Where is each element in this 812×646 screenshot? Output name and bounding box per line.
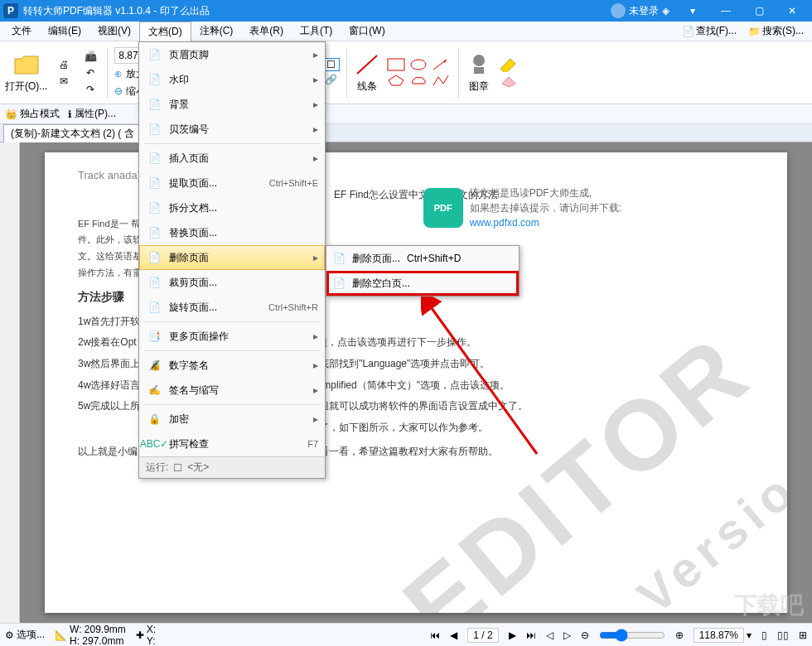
avatar-icon xyxy=(611,3,626,18)
menu-digital-sign[interactable]: 🔏数字签名▸ xyxy=(139,353,325,378)
badge-line2: 如果想去掉该提示，请访问并下载: xyxy=(470,200,621,215)
zoom-out-status[interactable]: ⊖ xyxy=(581,629,589,641)
delete-page-icon: 📄 xyxy=(146,249,162,266)
prev-page-button[interactable]: ◀ xyxy=(450,629,457,641)
menu-separator xyxy=(144,350,320,351)
handsign-icon: ✍ xyxy=(146,382,162,398)
lines-group[interactable]: 线条 xyxy=(354,51,380,94)
split-doc-icon: 📄 xyxy=(146,200,162,216)
stamp-group[interactable]: 图章 xyxy=(466,51,492,94)
menu-watermark[interactable]: 📄水印▸ xyxy=(139,67,325,92)
menu-document[interactable]: 文档(D) xyxy=(139,22,191,41)
chevron-right-icon: ▸ xyxy=(313,152,318,164)
properties-button[interactable]: ℹ属性(P)... xyxy=(68,107,116,121)
menu-bar: 文件 编辑(E) 视图(V) 文档(D) 注释(C) 表单(R) 工具(T) 窗… xyxy=(0,22,812,41)
stamp-icon xyxy=(466,51,492,78)
chevron-right-icon: ▸ xyxy=(313,252,318,263)
dropdown-arrow-icon[interactable]: ▾ xyxy=(676,0,709,22)
page-size: 📐W: 209.9mmH: 297.0mm xyxy=(55,624,126,647)
menu-rotate-page[interactable]: 📄旋转页面...Ctrl+Shift+R xyxy=(139,295,325,320)
menu-insert-page[interactable]: 📄插入页面▸ xyxy=(139,146,325,171)
menu-tool[interactable]: 工具(T) xyxy=(292,22,341,41)
delete-pages-icon: 📄 xyxy=(333,253,346,264)
last-page-button[interactable]: ⏭ xyxy=(526,629,536,641)
menu-separator xyxy=(144,404,320,405)
menu-delete-page[interactable]: 📄删除页面▸ xyxy=(139,245,325,270)
menu-header-footer[interactable]: 📄页眉页脚▸ xyxy=(139,42,325,67)
left-sidebar[interactable] xyxy=(0,142,20,623)
spellcheck-icon: ABC✓ xyxy=(146,436,162,452)
redo-icon[interactable]: ↷ xyxy=(80,82,100,97)
cloud-shape-icon[interactable] xyxy=(409,74,429,87)
document-tab[interactable]: (复制)-新建文本文档 (2) ( 含 xyxy=(3,124,142,142)
menu-file[interactable]: 文件 xyxy=(3,22,40,41)
page-indicator[interactable]: 1 / 2 xyxy=(467,628,498,643)
print-icon[interactable]: 🖨 xyxy=(54,57,74,72)
nav-fwd-button[interactable]: ▷ xyxy=(563,629,571,641)
menu-window[interactable]: 窗口(W) xyxy=(341,22,393,41)
menu-bates[interactable]: 📄贝茨编号▸ xyxy=(139,117,325,142)
info-icon: ℹ xyxy=(68,108,72,120)
menu-replace-page[interactable]: 📄替换页面... xyxy=(139,220,325,245)
bates-icon: 📄 xyxy=(146,121,162,137)
run-checkbox-icon[interactable]: ☐ xyxy=(173,462,182,474)
exclusive-mode-button[interactable]: 👑独占模式 xyxy=(5,107,60,121)
document-dropdown: 📄页眉页脚▸ 📄水印▸ 📄背景▸ 📄贝茨编号▸ 📄插入页面▸ 📄提取页面...C… xyxy=(138,41,326,479)
polyline-shape-icon[interactable] xyxy=(432,74,452,87)
menu-crop-page[interactable]: 📄裁剪页面... xyxy=(139,270,325,295)
login-status: 未登录 xyxy=(629,4,659,18)
find-button[interactable]: 📄查找(F)... xyxy=(677,22,742,40)
menu-spellcheck[interactable]: ABC✓拼写检查F7 xyxy=(139,431,325,456)
maximize-button[interactable]: ▢ xyxy=(742,0,776,22)
title-bar: P 转转大师PDF编辑器 v1.1.0.4 - 印了么出品 未登录 ◈ ▾ — … xyxy=(0,0,812,22)
menu-handwrite-sign[interactable]: ✍签名与缩写▸ xyxy=(139,378,325,403)
stamp-label: 图章 xyxy=(469,80,489,94)
first-page-button[interactable]: ⏮ xyxy=(430,629,440,641)
search-button[interactable]: 📁搜索(S)... xyxy=(743,22,809,40)
rect-shape-icon[interactable] xyxy=(387,58,407,71)
polygon-shape-icon[interactable] xyxy=(387,74,407,87)
menu-split-doc[interactable]: 📄拆分文档... xyxy=(139,195,325,220)
pdf-badge: PDF 该文档是迅读PDF大师生成, 如果想去掉该提示，请访问并下载: www.… xyxy=(423,186,621,230)
eraser-tool-icon[interactable] xyxy=(499,74,519,89)
lines-label: 线条 xyxy=(357,80,377,94)
site-watermark: 下载吧 xyxy=(734,590,804,621)
layout-continuous-icon[interactable]: ⊞ xyxy=(799,629,807,641)
zoom-in-status[interactable]: ⊕ xyxy=(675,629,684,641)
user-area[interactable]: 未登录 ◈ xyxy=(611,3,669,18)
zoom-value[interactable]: 118.87%▾ xyxy=(694,628,752,643)
menu-more-page-ops[interactable]: 📑更多页面操作▸ xyxy=(139,324,325,349)
insert-page-icon: 📄 xyxy=(146,150,162,166)
ruler-icon: 📐 xyxy=(55,629,67,641)
layout-single-icon[interactable]: ▯ xyxy=(761,629,767,641)
svg-rect-4 xyxy=(388,59,404,70)
open-group[interactable]: 打开(O)... xyxy=(5,51,47,94)
submenu-delete-blank[interactable]: 📄删除空白页... xyxy=(326,271,519,296)
close-button[interactable]: ✕ xyxy=(776,0,809,22)
circle-shape-icon[interactable] xyxy=(409,58,429,71)
menu-encrypt[interactable]: 🔒加密▸ xyxy=(139,407,325,431)
scan-icon[interactable]: 📠 xyxy=(80,49,100,64)
undo-icon[interactable]: ↶ xyxy=(80,65,100,80)
next-page-button[interactable]: ▶ xyxy=(509,629,516,641)
mail-icon[interactable]: ✉ xyxy=(54,74,74,89)
folder-icon: 📁 xyxy=(748,26,761,37)
menu-extract-page[interactable]: 📄提取页面...Ctrl+Shift+E xyxy=(139,171,325,195)
arrow-shape-icon[interactable] xyxy=(432,58,452,71)
svg-marker-7 xyxy=(389,75,404,85)
menu-form[interactable]: 表单(R) xyxy=(241,22,292,41)
zoom-slider[interactable] xyxy=(599,629,665,642)
highlight-tool-icon[interactable] xyxy=(499,57,519,72)
menu-edit[interactable]: 编辑(E) xyxy=(40,22,89,41)
options-button[interactable]: ⚙选项... xyxy=(5,628,45,642)
submenu-delete-pages[interactable]: 📄删除页面...Ctrl+Shift+D xyxy=(326,246,519,271)
badge-link[interactable]: www.pdfxd.com xyxy=(470,217,539,229)
menu-view[interactable]: 视图(V) xyxy=(89,22,139,41)
pdf-badge-icon: PDF xyxy=(423,188,463,228)
layout-facing-icon[interactable]: ▯▯ xyxy=(777,629,789,641)
nav-back-button[interactable]: ◁ xyxy=(546,629,553,641)
chevron-right-icon: ▸ xyxy=(313,359,318,371)
menu-comment[interactable]: 注释(C) xyxy=(191,22,242,41)
minimize-button[interactable]: — xyxy=(709,0,742,22)
menu-background[interactable]: 📄背景▸ xyxy=(139,92,325,117)
